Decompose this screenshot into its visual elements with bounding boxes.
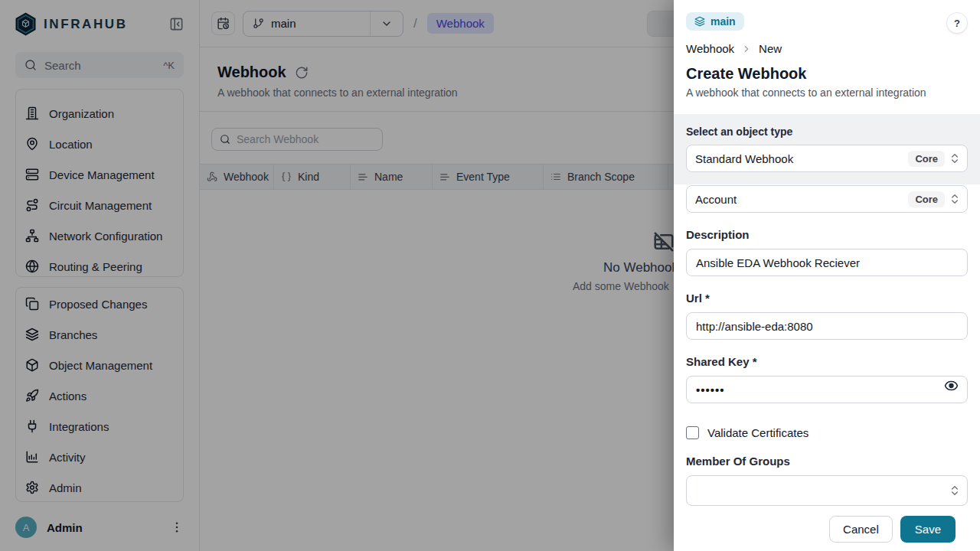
shared-key-field	[686, 368, 968, 403]
url-label: Url *	[686, 292, 968, 305]
panel-subtitle: A webhook that connects to an external i…	[686, 86, 968, 99]
panel-header: main ? Webhook New Create Webhook A webh…	[674, 0, 980, 99]
shared-key-input[interactable]	[686, 376, 968, 403]
panel-branch-badge: main	[686, 12, 744, 31]
validate-certificates-label: Validate Certificates	[707, 426, 808, 439]
url-input[interactable]	[686, 312, 968, 340]
panel-breadcrumb-webhook[interactable]: Webhook	[686, 42, 734, 55]
shared-key-label: Shared Key *	[686, 355, 968, 368]
object-type-value: Standard Webhook	[695, 152, 908, 165]
help-button[interactable]: ?	[946, 12, 968, 34]
kind-select[interactable]: Account Core	[686, 185, 968, 213]
panel-breadcrumb-new: New	[759, 42, 782, 55]
object-type-section: Select an object type Standard Webhook C…	[674, 114, 980, 184]
description-input[interactable]	[686, 249, 968, 276]
object-type-select[interactable]: Standard Webhook Core	[686, 145, 968, 172]
object-type-label: Select an object type	[686, 126, 968, 138]
chevrons-up-down-icon	[949, 152, 961, 165]
panel-form: Account Core Description Url * Shared Ke…	[674, 185, 980, 543]
chevron-right-icon	[741, 44, 752, 54]
cancel-button[interactable]: Cancel	[829, 516, 893, 543]
core-badge: Core	[908, 151, 945, 167]
panel-breadcrumb: Webhook New	[686, 42, 968, 55]
create-webhook-panel: main ? Webhook New Create Webhook A webh…	[674, 0, 980, 551]
member-of-groups-label: Member Of Groups	[686, 455, 968, 468]
eye-icon[interactable]	[944, 379, 959, 393]
layers-icon	[694, 16, 705, 27]
save-button[interactable]: Save	[900, 516, 956, 543]
chevrons-up-down-icon	[949, 484, 961, 497]
core-badge: Core	[908, 191, 945, 207]
panel-title: Create Webhook	[686, 65, 968, 83]
panel-branch-name: main	[710, 15, 736, 28]
validate-certificates-checkbox[interactable]	[686, 426, 699, 439]
validate-certificates-row: Validate Certificates	[686, 426, 968, 439]
panel-footer: Cancel Save	[686, 506, 968, 543]
description-label: Description	[686, 228, 968, 241]
chevrons-up-down-icon	[949, 193, 961, 205]
member-of-groups-select[interactable]	[686, 475, 968, 506]
kind-value: Account	[695, 193, 908, 206]
